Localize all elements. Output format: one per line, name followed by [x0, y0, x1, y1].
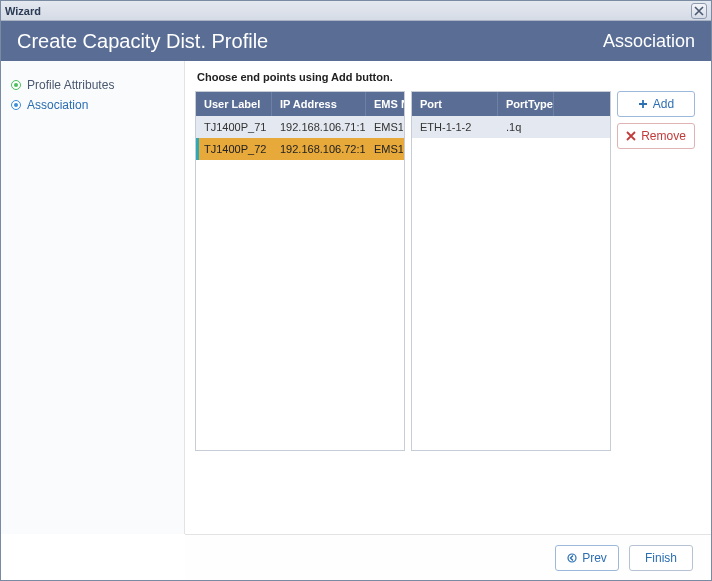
plus-icon — [638, 99, 648, 109]
step-label: Profile Attributes — [27, 78, 114, 92]
finish-button-label: Finish — [645, 551, 677, 565]
col-port-type[interactable]: PortType — [498, 92, 554, 116]
table-row[interactable]: TJ1400P_71 192.168.106.71:1 EMS134 — [196, 116, 404, 138]
col-spacer — [554, 92, 610, 116]
cell-ip-address: 192.168.106.72:1 — [272, 138, 366, 160]
prev-button-label: Prev — [582, 551, 607, 565]
step-label: Association — [27, 98, 88, 112]
cell-port-type: .1q — [498, 116, 554, 138]
window-close-button[interactable] — [691, 3, 707, 19]
step-status-icon — [11, 80, 21, 90]
finish-button[interactable]: Finish — [629, 545, 693, 571]
endpoints-grid[interactable]: User Label IP Address EMS Name TJ1400P_7… — [195, 91, 405, 451]
wizard-title: Create Capacity Dist. Profile — [17, 30, 268, 53]
close-icon — [694, 6, 704, 16]
cell-user-label: TJ1400P_72 — [196, 138, 272, 160]
table-row[interactable]: ETH-1-1-2 .1q — [412, 116, 610, 138]
cell-spacer — [554, 116, 610, 138]
remove-button-label: Remove — [641, 129, 686, 143]
ports-grid[interactable]: Port PortType ETH-1-1-2 .1q — [411, 91, 611, 451]
prev-button[interactable]: Prev — [555, 545, 619, 571]
step-profile-attributes[interactable]: Profile Attributes — [11, 75, 174, 95]
table-row[interactable]: TJ1400P_72 192.168.106.72:1 EMS134 — [196, 138, 404, 160]
step-status-icon — [11, 100, 21, 110]
tables-row: User Label IP Address EMS Name TJ1400P_7… — [195, 91, 695, 451]
prev-arrow-icon — [567, 553, 577, 563]
window-title: Wizard — [5, 5, 41, 17]
wizard-header: Create Capacity Dist. Profile Associatio… — [1, 21, 711, 61]
wizard-step-name: Association — [603, 31, 695, 52]
remove-button[interactable]: Remove — [617, 123, 695, 149]
grid-header: Port PortType — [412, 92, 610, 116]
wizard-step-sidebar: Profile Attributes Association — [1, 61, 185, 534]
add-button-label: Add — [653, 97, 674, 111]
col-port[interactable]: Port — [412, 92, 498, 116]
window-titlebar: Wizard — [1, 1, 711, 21]
col-ip-address[interactable]: IP Address — [272, 92, 366, 116]
wizard-body: Profile Attributes Association Choose en… — [1, 61, 711, 534]
wizard-footer: Prev Finish — [185, 534, 711, 580]
col-ems-name[interactable]: EMS Name — [366, 92, 404, 116]
instruction-text: Choose end points using Add button. — [197, 71, 695, 83]
action-buttons: Add Remove — [617, 91, 695, 451]
cell-ip-address: 192.168.106.71:1 — [272, 116, 366, 138]
cell-ems-name: EMS134 — [366, 116, 404, 138]
step-association[interactable]: Association — [11, 95, 174, 115]
svg-point-0 — [568, 554, 576, 562]
wizard-content: Choose end points using Add button. User… — [185, 61, 711, 534]
col-user-label[interactable]: User Label — [196, 92, 272, 116]
add-button[interactable]: Add — [617, 91, 695, 117]
grid-header: User Label IP Address EMS Name — [196, 92, 404, 116]
x-icon — [626, 131, 636, 141]
cell-user-label: TJ1400P_71 — [196, 116, 272, 138]
cell-ems-name: EMS134 — [366, 138, 404, 160]
cell-port: ETH-1-1-2 — [412, 116, 498, 138]
